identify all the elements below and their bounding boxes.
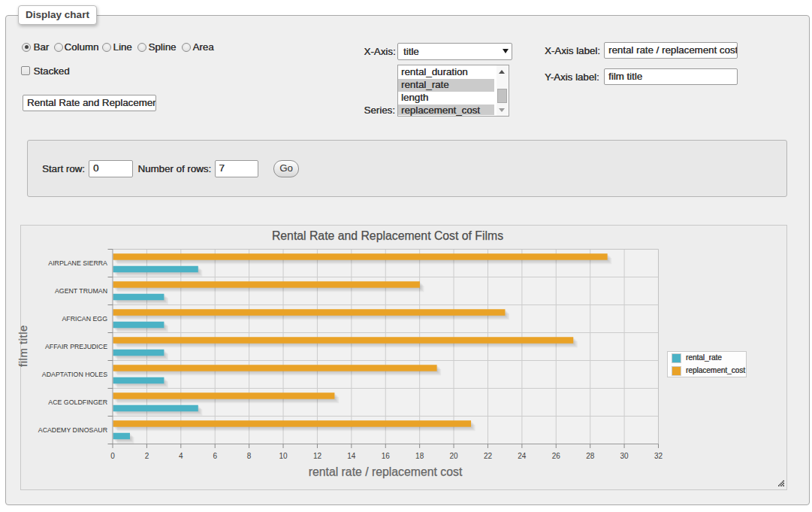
svg-text:6: 6 xyxy=(213,452,217,460)
svg-text:AIRPLANE SIERRA: AIRPLANE SIERRA xyxy=(48,259,107,267)
svg-text:28: 28 xyxy=(586,452,595,460)
svg-text:14: 14 xyxy=(347,452,356,460)
svg-text:4: 4 xyxy=(179,452,183,460)
svg-text:10: 10 xyxy=(279,452,288,460)
svg-text:16: 16 xyxy=(382,452,391,460)
svg-text:AFRICAN EGG: AFRICAN EGG xyxy=(62,315,107,323)
svg-text:AFFAIR PREJUDICE: AFFAIR PREJUDICE xyxy=(45,343,107,350)
svg-text:12: 12 xyxy=(313,452,322,460)
svg-text:film title: film title xyxy=(17,325,29,367)
svg-text:18: 18 xyxy=(415,452,424,460)
svg-text:Rental Rate and Replacement Co: Rental Rate and Replacement Cost of Film… xyxy=(272,229,503,242)
svg-text:ADAPTATION HOLES: ADAPTATION HOLES xyxy=(42,371,107,378)
svg-text:AGENT TRUMAN: AGENT TRUMAN xyxy=(55,287,107,295)
svg-text:0: 0 xyxy=(110,452,115,460)
svg-text:ACADEMY DINOSAUR: ACADEMY DINOSAUR xyxy=(38,426,107,434)
svg-text:rental rate / replacement cost: rental rate / replacement cost xyxy=(309,465,463,478)
svg-text:ACE GOLDFINGER: ACE GOLDFINGER xyxy=(48,398,107,406)
svg-text:8: 8 xyxy=(247,452,252,460)
svg-text:2: 2 xyxy=(145,452,149,460)
svg-text:30: 30 xyxy=(620,452,629,460)
svg-text:22: 22 xyxy=(484,452,493,460)
svg-text:24: 24 xyxy=(518,452,527,460)
svg-text:32: 32 xyxy=(654,452,663,460)
svg-text:20: 20 xyxy=(449,452,458,460)
svg-text:26: 26 xyxy=(552,452,561,460)
